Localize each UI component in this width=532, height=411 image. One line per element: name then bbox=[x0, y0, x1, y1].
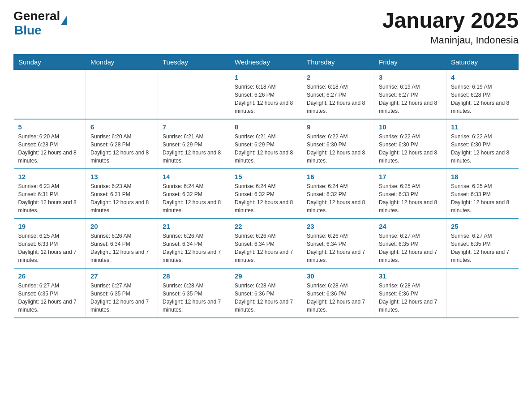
day-info: Sunrise: 6:24 AM Sunset: 6:32 PM Dayligh… bbox=[163, 182, 225, 214]
calendar-cell: 6Sunrise: 6:20 AM Sunset: 6:28 PM Daylig… bbox=[86, 119, 158, 169]
day-info: Sunrise: 6:21 AM Sunset: 6:29 PM Dayligh… bbox=[235, 133, 297, 165]
day-info: Sunrise: 6:23 AM Sunset: 6:31 PM Dayligh… bbox=[90, 182, 153, 214]
day-info: Sunrise: 6:25 AM Sunset: 6:33 PM Dayligh… bbox=[18, 232, 82, 264]
day-info: Sunrise: 6:22 AM Sunset: 6:30 PM Dayligh… bbox=[307, 133, 369, 165]
day-number: 22 bbox=[235, 223, 297, 230]
calendar-table: SundayMondayTuesdayWednesdayThursdayFrid… bbox=[13, 54, 519, 318]
calendar-cell: 3Sunrise: 6:19 AM Sunset: 6:27 PM Daylig… bbox=[374, 69, 446, 119]
day-number: 6 bbox=[90, 123, 153, 131]
calendar-cell: 13Sunrise: 6:23 AM Sunset: 6:31 PM Dayli… bbox=[86, 169, 158, 218]
day-number: 23 bbox=[307, 223, 369, 230]
calendar-cell bbox=[158, 69, 230, 119]
calendar-cell: 10Sunrise: 6:22 AM Sunset: 6:30 PM Dayli… bbox=[374, 119, 446, 169]
day-info: Sunrise: 6:20 AM Sunset: 6:28 PM Dayligh… bbox=[90, 133, 153, 165]
calendar-cell: 30Sunrise: 6:28 AM Sunset: 6:36 PM Dayli… bbox=[302, 268, 374, 318]
day-info: Sunrise: 6:19 AM Sunset: 6:27 PM Dayligh… bbox=[379, 83, 442, 115]
calendar-cell: 21Sunrise: 6:26 AM Sunset: 6:34 PM Dayli… bbox=[158, 218, 230, 268]
logo-blue-text: Blue bbox=[14, 23, 42, 38]
day-number: 19 bbox=[18, 223, 82, 230]
calendar-day-header: Tuesday bbox=[158, 54, 230, 69]
calendar-cell: 16Sunrise: 6:24 AM Sunset: 6:32 PM Dayli… bbox=[302, 169, 374, 218]
day-number: 20 bbox=[90, 223, 153, 230]
day-info: Sunrise: 6:26 AM Sunset: 6:34 PM Dayligh… bbox=[163, 232, 225, 264]
day-number: 27 bbox=[90, 272, 153, 280]
calendar-cell: 25Sunrise: 6:27 AM Sunset: 6:35 PM Dayli… bbox=[446, 218, 519, 268]
day-info: Sunrise: 6:25 AM Sunset: 6:33 PM Dayligh… bbox=[451, 182, 514, 214]
calendar-cell: 31Sunrise: 6:28 AM Sunset: 6:36 PM Dayli… bbox=[374, 268, 446, 318]
calendar-cell: 15Sunrise: 6:24 AM Sunset: 6:32 PM Dayli… bbox=[230, 169, 302, 218]
day-info: Sunrise: 6:26 AM Sunset: 6:34 PM Dayligh… bbox=[235, 232, 297, 264]
title-block: January 2025 Maninjau, Indonesia bbox=[382, 9, 519, 46]
calendar-cell: 28Sunrise: 6:28 AM Sunset: 6:35 PM Dayli… bbox=[158, 268, 230, 318]
calendar-week-row: 12Sunrise: 6:23 AM Sunset: 6:31 PM Dayli… bbox=[14, 169, 519, 218]
calendar-cell: 11Sunrise: 6:22 AM Sunset: 6:30 PM Dayli… bbox=[446, 119, 519, 169]
calendar-cell bbox=[86, 69, 158, 119]
calendar-cell: 19Sunrise: 6:25 AM Sunset: 6:33 PM Dayli… bbox=[14, 218, 86, 268]
day-number: 1 bbox=[235, 73, 297, 81]
logo: General Blue bbox=[13, 9, 67, 38]
day-info: Sunrise: 6:18 AM Sunset: 6:26 PM Dayligh… bbox=[235, 83, 297, 115]
day-number: 9 bbox=[307, 123, 369, 131]
day-number: 21 bbox=[163, 223, 225, 230]
calendar-cell: 14Sunrise: 6:24 AM Sunset: 6:32 PM Dayli… bbox=[158, 169, 230, 218]
calendar-cell: 27Sunrise: 6:27 AM Sunset: 6:35 PM Dayli… bbox=[86, 268, 158, 318]
calendar-cell: 5Sunrise: 6:20 AM Sunset: 6:28 PM Daylig… bbox=[14, 119, 86, 169]
calendar-cell: 9Sunrise: 6:22 AM Sunset: 6:30 PM Daylig… bbox=[302, 119, 374, 169]
day-number: 4 bbox=[451, 73, 514, 81]
calendar-title: January 2025 bbox=[382, 9, 519, 33]
page-header: General Blue January 2025 Maninjau, Indo… bbox=[13, 9, 519, 46]
day-number: 16 bbox=[307, 173, 369, 180]
day-info: Sunrise: 6:22 AM Sunset: 6:30 PM Dayligh… bbox=[379, 133, 442, 165]
day-number: 14 bbox=[163, 173, 225, 180]
day-number: 26 bbox=[18, 272, 82, 280]
day-info: Sunrise: 6:22 AM Sunset: 6:30 PM Dayligh… bbox=[451, 133, 514, 165]
calendar-cell: 20Sunrise: 6:26 AM Sunset: 6:34 PM Dayli… bbox=[86, 218, 158, 268]
calendar-cell: 1Sunrise: 6:18 AM Sunset: 6:26 PM Daylig… bbox=[230, 69, 302, 119]
calendar-day-header: Sunday bbox=[14, 54, 86, 69]
day-number: 5 bbox=[18, 123, 82, 131]
day-number: 12 bbox=[18, 173, 82, 180]
day-number: 3 bbox=[379, 73, 442, 81]
day-number: 10 bbox=[379, 123, 442, 131]
calendar-subtitle: Maninjau, Indonesia bbox=[382, 34, 519, 46]
day-info: Sunrise: 6:18 AM Sunset: 6:27 PM Dayligh… bbox=[307, 83, 369, 115]
calendar-week-row: 26Sunrise: 6:27 AM Sunset: 6:35 PM Dayli… bbox=[14, 268, 519, 318]
day-number: 2 bbox=[307, 73, 369, 81]
calendar-cell: 17Sunrise: 6:25 AM Sunset: 6:33 PM Dayli… bbox=[374, 169, 446, 218]
calendar-cell bbox=[446, 268, 519, 318]
calendar-cell: 12Sunrise: 6:23 AM Sunset: 6:31 PM Dayli… bbox=[14, 169, 86, 218]
day-number: 29 bbox=[235, 272, 297, 280]
calendar-cell: 24Sunrise: 6:27 AM Sunset: 6:35 PM Dayli… bbox=[374, 218, 446, 268]
day-info: Sunrise: 6:26 AM Sunset: 6:34 PM Dayligh… bbox=[90, 232, 153, 264]
calendar-cell: 22Sunrise: 6:26 AM Sunset: 6:34 PM Dayli… bbox=[230, 218, 302, 268]
calendar-cell: 18Sunrise: 6:25 AM Sunset: 6:33 PM Dayli… bbox=[446, 169, 519, 218]
calendar-week-row: 1Sunrise: 6:18 AM Sunset: 6:26 PM Daylig… bbox=[14, 69, 519, 119]
day-info: Sunrise: 6:24 AM Sunset: 6:32 PM Dayligh… bbox=[235, 182, 297, 214]
day-info: Sunrise: 6:28 AM Sunset: 6:36 PM Dayligh… bbox=[307, 282, 369, 314]
day-number: 15 bbox=[235, 173, 297, 180]
day-info: Sunrise: 6:27 AM Sunset: 6:35 PM Dayligh… bbox=[451, 232, 514, 264]
day-info: Sunrise: 6:24 AM Sunset: 6:32 PM Dayligh… bbox=[307, 182, 369, 214]
calendar-day-header: Thursday bbox=[302, 54, 374, 69]
calendar-cell: 4Sunrise: 6:19 AM Sunset: 6:28 PM Daylig… bbox=[446, 69, 519, 119]
day-number: 18 bbox=[451, 173, 514, 180]
day-number: 28 bbox=[163, 272, 225, 280]
calendar-day-header: Saturday bbox=[446, 54, 519, 69]
calendar-cell: 2Sunrise: 6:18 AM Sunset: 6:27 PM Daylig… bbox=[302, 69, 374, 119]
day-number: 24 bbox=[379, 223, 442, 230]
day-number: 25 bbox=[451, 223, 514, 230]
day-info: Sunrise: 6:19 AM Sunset: 6:28 PM Dayligh… bbox=[451, 83, 514, 115]
day-number: 8 bbox=[235, 123, 297, 131]
day-number: 7 bbox=[163, 123, 225, 131]
calendar-cell: 23Sunrise: 6:26 AM Sunset: 6:34 PM Dayli… bbox=[302, 218, 374, 268]
calendar-cell: 8Sunrise: 6:21 AM Sunset: 6:29 PM Daylig… bbox=[230, 119, 302, 169]
day-info: Sunrise: 6:28 AM Sunset: 6:36 PM Dayligh… bbox=[379, 282, 442, 314]
calendar-week-row: 5Sunrise: 6:20 AM Sunset: 6:28 PM Daylig… bbox=[14, 119, 519, 169]
calendar-cell: 26Sunrise: 6:27 AM Sunset: 6:35 PM Dayli… bbox=[14, 268, 86, 318]
day-info: Sunrise: 6:27 AM Sunset: 6:35 PM Dayligh… bbox=[379, 232, 442, 264]
day-number: 13 bbox=[90, 173, 153, 180]
day-number: 31 bbox=[379, 272, 442, 280]
logo-triangle-icon bbox=[61, 15, 67, 25]
day-info: Sunrise: 6:28 AM Sunset: 6:35 PM Dayligh… bbox=[163, 282, 225, 314]
day-number: 30 bbox=[307, 272, 369, 280]
